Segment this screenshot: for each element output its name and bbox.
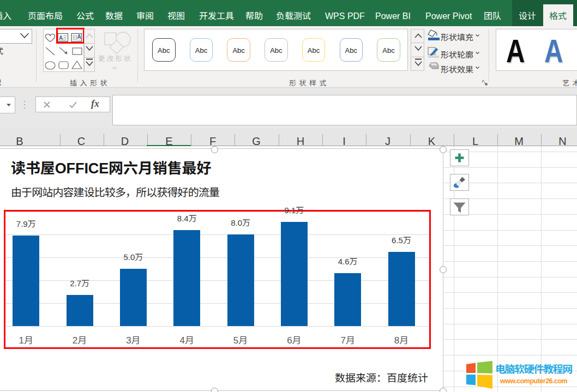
svg-text:电脑软硬件教程网: 电脑软硬件教程网 bbox=[495, 361, 572, 376]
svg-text:www.computer26.com: www.computer26.com bbox=[500, 375, 568, 385]
